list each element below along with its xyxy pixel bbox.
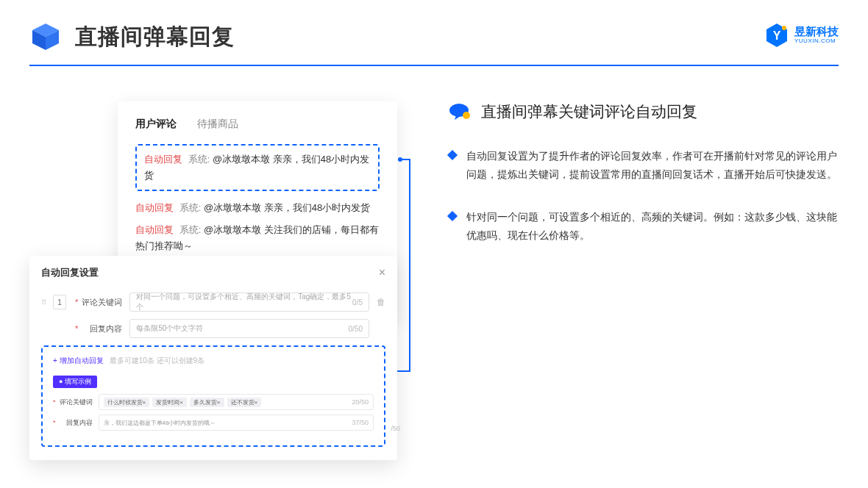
bullet-text: 自动回复设置为了提升作者的评论回复效率，作者可在开播前针对常见的评论用户问题，提… [466, 147, 839, 183]
brand-name-en: YUUXIN.COM [794, 38, 839, 45]
keyword-tag[interactable]: 还不发货× [227, 398, 262, 407]
keyword-input[interactable]: 对同一个问题，可设置多个相近、高频的关键词，Tag确定，最多5个 0/5 [129, 293, 369, 312]
reply-item: 自动回复 系统: @冰墩墩本墩 亲亲，我们48小时内发货 [135, 200, 380, 216]
connector-line [409, 159, 410, 372]
keyword-tag[interactable]: 什么时候发货× [104, 398, 150, 407]
brand-name-cn: 昱新科技 [794, 26, 839, 38]
tab-comments[interactable]: 用户评论 [135, 118, 177, 131]
bullet-point: 自动回复设置为了提升作者的评论回复效率，作者可在开播前针对常见的评论用户问题，提… [449, 147, 839, 183]
index-box: 1 [53, 295, 66, 309]
screenshot-area: 用户评论 待播商品 自动回复 系统: @冰墩墩本墩 亲亲，我们48小时内发货 自… [29, 101, 397, 447]
system-tag: 系统: [179, 202, 202, 213]
char-count: 20/50 [352, 398, 369, 406]
description-area: 直播间弹幕关键词评论自动回复 自动回复设置为了提升作者的评论回复效率，作者可在开… [397, 101, 839, 447]
content-input[interactable]: 每条限50个中文字符 0/50 [129, 319, 369, 338]
reply-text: @冰墩墩本墩 亲亲，我们48小时内发货 [204, 202, 370, 213]
page-title: 直播间弹幕回复 [75, 22, 235, 52]
highlighted-reply: 自动回复 系统: @冰墩墩本墩 亲亲，我们48小时内发货 [135, 144, 380, 191]
char-count: 0/5 [352, 298, 363, 306]
trash-icon[interactable]: 🗑 [377, 297, 385, 307]
bullet-text: 针对同一个问题，可设置多个相近的、高频的关键词。例如：这款多少钱、这块能优惠吗、… [466, 208, 839, 244]
auto-reply-tag: 自动回复 [135, 202, 174, 213]
bullet-point: 针对同一个问题，可设置多个相近的、高频的关键词。例如：这款多少钱、这块能优惠吗、… [449, 208, 839, 244]
section-title: 直播间弹幕关键词评论自动回复 [481, 101, 697, 122]
diamond-icon [447, 150, 458, 160]
example-keyword-label: 评论关键词 [59, 398, 93, 407]
example-content-text: 亲，我们这边都是下单48小时内发货的哦～ [104, 419, 216, 427]
char-count: 0/50 [349, 325, 363, 333]
reply-item: 自动回复 系统: @冰墩墩本墩 关注我们的店铺，每日都有热门推荐呦～ [135, 222, 380, 254]
page-header: 直播间弹幕回复 [0, 0, 868, 53]
required-dot: * [53, 419, 56, 426]
char-count: 37/50 [352, 419, 369, 426]
example-keyword-input[interactable]: 什么时候发货× 发货时间× 多久发货× 还不发货× 20/50 [99, 394, 374, 410]
input-placeholder: 每条限50个中文字符 [136, 323, 203, 334]
example-content-input[interactable]: 亲，我们这边都是下单48小时内发货的哦～ 37/50 [99, 415, 374, 431]
svg-point-4 [782, 26, 786, 30]
outer-count: /50 [391, 425, 400, 432]
system-tag: 系统: [179, 224, 202, 235]
example-content-label: 回复内容 [59, 418, 93, 428]
content-label: 回复内容 [81, 323, 122, 334]
required-dot: * [75, 324, 78, 333]
drag-handle-icon[interactable]: ⠿ [41, 298, 49, 306]
add-reply-link[interactable]: + 增加自动回复 [53, 356, 104, 366]
required-dot: * [75, 298, 78, 306]
cube-icon [29, 21, 62, 53]
keyword-tag[interactable]: 多久发货× [190, 398, 224, 407]
diamond-icon [447, 211, 458, 221]
system-tag: 系统: [188, 154, 210, 165]
settings-title: 自动回复设置 [41, 266, 99, 279]
settings-panel: 自动回复设置 × ⠿ 1 * 评论关键词 对同一个问题，可设置多个相近、高频的关… [29, 256, 397, 460]
required-dot: * [53, 398, 56, 406]
input-placeholder: 对同一个问题，可设置多个相近、高频的关键词，Tag确定，最多5个 [136, 292, 352, 312]
add-reply-note: 最多可建10条 还可以创建9条 [110, 356, 204, 366]
close-icon[interactable]: × [379, 266, 385, 279]
svg-point-6 [463, 112, 470, 119]
example-area: + 增加自动回复 最多可建10条 还可以创建9条 ● 填写示例 * 评论关键词 … [41, 345, 385, 447]
brand-icon: Y [764, 22, 790, 49]
keyword-tag[interactable]: 发货时间× [152, 398, 187, 407]
auto-reply-tag: 自动回复 [144, 154, 182, 165]
keyword-label: 评论关键词 [81, 297, 122, 308]
brand-logo: Y 昱新科技 YUUXIN.COM [764, 22, 839, 49]
svg-text:Y: Y [773, 29, 781, 42]
reply-item: 自动回复 系统: @冰墩墩本墩 亲亲，我们48小时内发货 [144, 151, 371, 184]
tab-products[interactable]: 待播商品 [197, 118, 238, 131]
chat-bubble-icon [449, 103, 471, 121]
example-badge: ● 填写示例 [53, 376, 97, 388]
auto-reply-tag: 自动回复 [135, 224, 174, 235]
